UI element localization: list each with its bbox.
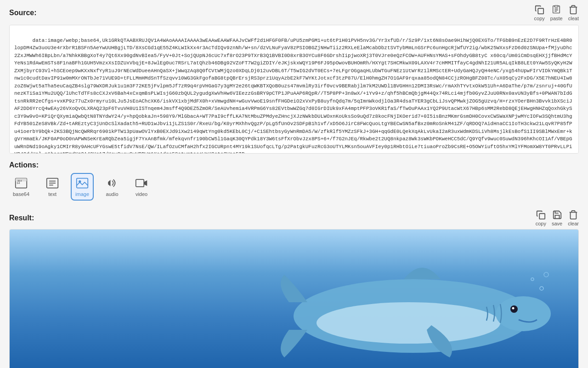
actions-button-group: 64 B64 base64 text bbox=[9, 171, 579, 202]
base64-icon: 64 B64 bbox=[15, 177, 28, 190]
source-copy-button[interactable]: copy bbox=[534, 5, 545, 21]
result-copy-button[interactable]: copy bbox=[536, 210, 546, 226]
trash-icon bbox=[568, 5, 578, 15]
svg-point-22 bbox=[512, 307, 514, 310]
action-video-button[interactable]: video bbox=[131, 174, 152, 200]
source-clear-button[interactable]: cleat bbox=[568, 5, 579, 21]
source-clear-label: cleat bbox=[568, 16, 579, 21]
action-image-button[interactable]: image bbox=[72, 174, 93, 200]
svg-point-23 bbox=[540, 287, 543, 290]
svg-point-24 bbox=[531, 278, 534, 281]
svg-rect-17 bbox=[540, 213, 545, 219]
result-shark-image bbox=[10, 230, 578, 368]
svg-point-20 bbox=[496, 296, 551, 331]
svg-rect-13 bbox=[77, 178, 88, 188]
result-label: Result: bbox=[9, 214, 34, 222]
source-paste-label: paste bbox=[550, 16, 563, 21]
source-copy-label: copy bbox=[534, 16, 545, 21]
result-save-button[interactable]: save bbox=[552, 210, 562, 226]
image-icon bbox=[76, 177, 89, 190]
source-content-box[interactable]: data:image/webp;base64,Uk1GRkQTAABXRUJQV… bbox=[9, 25, 579, 154]
source-label: Source: bbox=[9, 9, 37, 17]
action-base64-label: base64 bbox=[13, 191, 29, 197]
action-image-label: image bbox=[75, 191, 89, 197]
svg-point-19 bbox=[317, 302, 500, 344]
actions-label: Actions: bbox=[9, 161, 39, 169]
svg-rect-0 bbox=[538, 8, 543, 14]
video-icon bbox=[135, 177, 148, 190]
result-copy-icon bbox=[536, 210, 546, 220]
result-copy-label: copy bbox=[536, 221, 546, 226]
svg-rect-15 bbox=[136, 179, 144, 187]
shark-svg bbox=[275, 247, 551, 367]
svg-text:B64: B64 bbox=[17, 179, 22, 182]
source-paste-button[interactable]: paste bbox=[550, 5, 563, 21]
result-clear-label: clear bbox=[568, 221, 579, 226]
source-text: data:image/webp;base64,Uk1GRkQTAABXRUJQV… bbox=[14, 38, 572, 154]
action-video-label: video bbox=[136, 191, 147, 197]
action-audio-label: audio bbox=[106, 191, 119, 197]
result-image-container bbox=[9, 229, 579, 368]
paste-icon bbox=[551, 5, 561, 15]
save-icon bbox=[552, 210, 562, 220]
action-text-label: text bbox=[48, 191, 57, 197]
result-clear-button[interactable]: clear bbox=[568, 210, 579, 226]
svg-marker-16 bbox=[144, 180, 147, 186]
svg-rect-1 bbox=[555, 6, 558, 7]
action-text-button[interactable]: text bbox=[42, 174, 62, 200]
text-icon bbox=[46, 177, 59, 190]
result-save-label: save bbox=[552, 221, 562, 226]
audio-icon bbox=[106, 177, 119, 190]
copy-icon bbox=[534, 5, 544, 15]
svg-point-25 bbox=[544, 272, 548, 277]
result-trash-icon bbox=[568, 210, 578, 220]
action-audio-button[interactable]: audio bbox=[102, 174, 122, 200]
action-base64-button[interactable]: 64 B64 base64 bbox=[9, 174, 33, 200]
svg-point-21 bbox=[510, 305, 518, 313]
